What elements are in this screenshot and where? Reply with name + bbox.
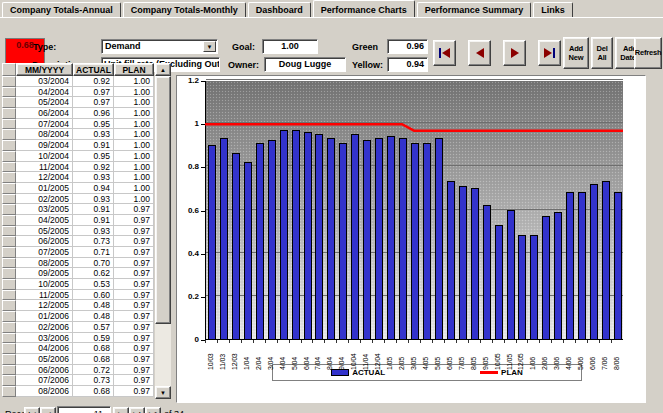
table-cell[interactable]: 0.60: [73, 290, 114, 301]
actual-bar[interactable]: [363, 140, 371, 339]
table-cell[interactable]: 10/2004: [16, 151, 73, 162]
table-cell[interactable]: 0.97: [114, 204, 154, 215]
row-selector[interactable]: [2, 226, 16, 237]
record-number-input[interactable]: 11: [57, 406, 111, 413]
actual-bar[interactable]: [208, 145, 216, 339]
table-cell[interactable]: 08/2006: [16, 386, 73, 397]
actual-bar[interactable]: [566, 192, 574, 339]
actual-bar[interactable]: [614, 192, 622, 339]
table-cell[interactable]: 0.97: [73, 87, 114, 98]
row-selector[interactable]: [2, 76, 16, 87]
table-cell[interactable]: 1.00: [114, 97, 154, 108]
table-cell[interactable]: 07/2006: [16, 375, 73, 386]
actual-bar[interactable]: [530, 235, 538, 339]
actual-bar[interactable]: [387, 136, 395, 339]
table-cell[interactable]: 09/2004: [16, 140, 73, 151]
table-cell[interactable]: 1.00: [114, 194, 154, 205]
table-cell[interactable]: 0.92: [73, 162, 114, 173]
table-cell[interactable]: 0.96: [73, 108, 114, 119]
table-cell[interactable]: 0.73: [73, 236, 114, 247]
table-cell[interactable]: 0.97: [114, 375, 154, 386]
table-cell[interactable]: 0.97: [114, 258, 154, 269]
table-cell[interactable]: 0.93: [73, 172, 114, 183]
actual-bar[interactable]: [507, 210, 515, 340]
green-field[interactable]: 0.96: [387, 39, 428, 54]
column-header-actual[interactable]: ACTUAL: [73, 63, 114, 76]
actual-bar[interactable]: [602, 181, 610, 339]
actual-bar[interactable]: [518, 235, 526, 339]
actual-bar[interactable]: [542, 216, 550, 339]
row-selector[interactable]: [2, 151, 16, 162]
table-cell[interactable]: 0.48: [73, 300, 114, 311]
table-cell[interactable]: 0.53: [73, 279, 114, 290]
row-selector[interactable]: [2, 354, 16, 365]
row-selector[interactable]: [2, 311, 16, 322]
table-cell[interactable]: 0.97: [114, 386, 154, 397]
row-selector[interactable]: [2, 365, 16, 376]
column-header-plan[interactable]: PLAN: [114, 63, 154, 76]
row-selector[interactable]: [2, 119, 16, 130]
previous-record-button[interactable]: [468, 40, 491, 66]
tab-links[interactable]: Links: [533, 2, 573, 17]
table-cell[interactable]: 0.94: [73, 183, 114, 194]
actual-bar[interactable]: [244, 162, 252, 339]
table-cell[interactable]: 0.97: [114, 268, 154, 279]
actual-bar[interactable]: [423, 143, 431, 339]
table-cell[interactable]: 0.97: [114, 279, 154, 290]
row-selector[interactable]: [2, 236, 16, 247]
refresh-button[interactable]: Refresh: [634, 37, 662, 69]
table-cell[interactable]: 02/2005: [16, 194, 73, 205]
table-cell[interactable]: 0.62: [73, 268, 114, 279]
table-cell[interactable]: 02/2006: [16, 322, 73, 333]
table-cell[interactable]: 0.93: [73, 129, 114, 140]
actual-bar[interactable]: [375, 138, 383, 339]
first-record-nav-button[interactable]: |◀: [24, 407, 40, 413]
row-selector[interactable]: [2, 279, 16, 290]
tab-dashboard[interactable]: Dashboard: [248, 2, 311, 17]
table-cell[interactable]: 0.59: [73, 333, 114, 344]
table-cell[interactable]: 1.00: [114, 119, 154, 130]
table-cell[interactable]: 0.68: [73, 386, 114, 397]
scroll-down-button[interactable]: ▼: [155, 386, 171, 399]
table-cell[interactable]: 1.00: [114, 129, 154, 140]
tab-performance-charts[interactable]: Performance Charts: [313, 0, 415, 17]
scroll-up-button[interactable]: ▲: [155, 63, 171, 76]
chevron-down-icon[interactable]: ▼: [203, 41, 216, 52]
row-selector[interactable]: [2, 322, 16, 333]
table-cell[interactable]: 1.00: [114, 87, 154, 98]
row-selector[interactable]: [2, 215, 16, 226]
table-cell[interactable]: 0.68: [73, 354, 114, 365]
row-selector[interactable]: [2, 140, 16, 151]
type-combobox[interactable]: Demand ▼: [101, 39, 218, 54]
table-cell[interactable]: 09/2005: [16, 268, 73, 279]
table-cell[interactable]: 0.91: [73, 204, 114, 215]
table-cell[interactable]: 0.97: [114, 236, 154, 247]
row-selector[interactable]: [2, 290, 16, 301]
yellow-field[interactable]: 0.94: [387, 57, 428, 72]
row-selector[interactable]: [2, 129, 16, 140]
table-cell[interactable]: 05/2004: [16, 97, 73, 108]
table-cell[interactable]: 0.95: [73, 151, 114, 162]
table-cell[interactable]: 0.68: [73, 343, 114, 354]
table-cell[interactable]: 0.97: [114, 300, 154, 311]
table-cell[interactable]: 0.91: [73, 215, 114, 226]
row-selector[interactable]: [2, 333, 16, 344]
row-selector[interactable]: [2, 268, 16, 279]
table-cell[interactable]: 03/2006: [16, 333, 73, 344]
add-new-button[interactable]: Add New: [563, 37, 589, 69]
table-cell[interactable]: 0.97: [114, 215, 154, 226]
actual-bar[interactable]: [435, 138, 443, 339]
scrollbar-thumb[interactable]: [155, 76, 171, 324]
row-selector[interactable]: [2, 375, 16, 386]
actual-bar[interactable]: [315, 134, 323, 339]
table-cell[interactable]: 0.93: [73, 226, 114, 237]
previous-record-nav-button[interactable]: ◀: [40, 407, 56, 413]
table-cell[interactable]: 0.97: [114, 322, 154, 333]
actual-bar[interactable]: [232, 153, 240, 339]
table-cell[interactable]: 07/2004: [16, 119, 73, 130]
table-cell[interactable]: 0.48: [73, 311, 114, 322]
actual-bar[interactable]: [292, 130, 300, 339]
table-cell[interactable]: 0.97: [114, 365, 154, 376]
row-selector[interactable]: [2, 97, 16, 108]
table-cell[interactable]: 0.97: [114, 290, 154, 301]
